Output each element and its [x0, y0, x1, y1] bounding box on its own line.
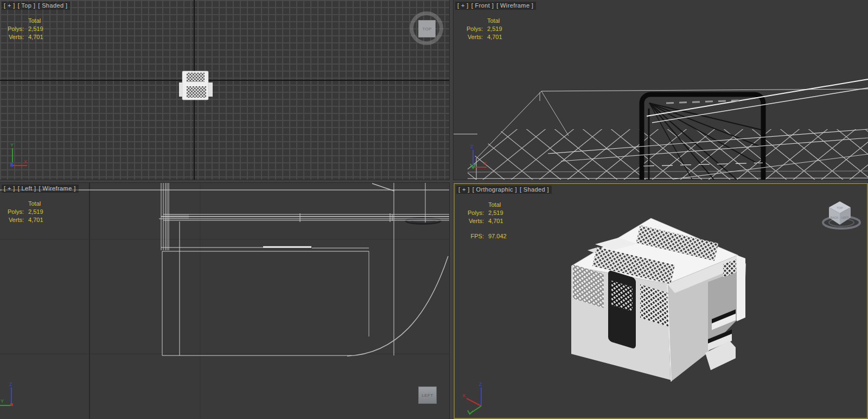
stats-verts-label: Verts:: [459, 33, 483, 41]
viewport-shading-button[interactable]: [ Wireframe ]: [496, 2, 533, 9]
stats-total-label: Total: [28, 200, 41, 208]
viewport-pov-button[interactable]: [ Left ]: [18, 185, 36, 192]
statistics-overlay-front: Total Polys:2,519 Verts:4,701: [459, 17, 502, 41]
viewport-label-orthographic: [ + ] [ Orthographic ] [ Shaded ]: [456, 186, 552, 194]
panel-mesh: [611, 281, 633, 312]
viewport-label-left: [ + ] [ Left ] [ Wireframe ]: [2, 185, 79, 193]
front-lattice: [468, 129, 868, 180]
axis-tripod-top: Y X: [10, 142, 27, 167]
wireframe-front: Z X: [454, 0, 868, 180]
stats-polys-label: Polys:: [0, 25, 24, 33]
statistics-overlay-orthographic: Total Polys:2,519 Verts:4,701 FPS:97.042: [460, 201, 507, 240]
stats-verts-value: 4,701: [487, 33, 502, 41]
axis-x-marker: [10, 403, 13, 406]
svg-text:X: X: [483, 161, 487, 166]
viewport-shading-button[interactable]: [ Shaded ]: [520, 186, 549, 193]
statistics-overlay-top: Total Polys:2,519 Verts:4,701: [0, 17, 43, 41]
svg-text:Z: Z: [470, 144, 474, 149]
viewport-front[interactable]: Z X FRONT [ + ] [ Front ] [ Wireframe ] …: [454, 0, 868, 180]
axis-tripod-ortho: Z X: [462, 382, 482, 414]
viewport-pov-button[interactable]: [ Orthographic ]: [473, 186, 517, 193]
top-view-canvas: Y X: [0, 0, 449, 180]
viewport-label-front: [ + ] [ Front ] [ Wireframe ]: [455, 2, 536, 10]
svg-text:X: X: [462, 393, 465, 398]
stats-fps-value: 97.042: [488, 232, 507, 240]
svg-text:Z: Z: [479, 382, 482, 387]
viewport-label-top: [ + ] [ Top ] [ Shaded ]: [2, 2, 70, 10]
front-grille: [640, 284, 668, 327]
stats-verts-label: Verts:: [0, 216, 24, 224]
grid-axis-vertical: [194, 0, 195, 180]
viewport-shading-button[interactable]: [ Wireframe ]: [39, 185, 75, 192]
corner-grille: [573, 264, 604, 308]
front-dark-panel: [642, 94, 763, 180]
svg-text:Y: Y: [10, 142, 14, 148]
viewport-menu-button[interactable]: [ + ]: [4, 2, 15, 9]
stats-polys-value: 2,519: [488, 209, 503, 217]
stats-verts-label: Verts:: [460, 217, 484, 225]
model-left-face: [571, 266, 671, 380]
viewcube-face-back[interactable]: [829, 207, 840, 225]
viewport-pov-button[interactable]: [ Top ]: [18, 2, 36, 9]
axis-y-marker: [468, 406, 481, 414]
left-grid-lines: [0, 183, 449, 419]
model-top-view: [179, 71, 213, 100]
stats-verts-value: 4,701: [28, 216, 43, 224]
max-viewport-workspace: { "viewports": { "top": { "menu": "[ + ]…: [0, 0, 868, 419]
svg-text:BACK: BACK: [831, 216, 839, 219]
svg-text:Z: Z: [9, 382, 12, 387]
stats-verts-label: Verts:: [0, 33, 24, 41]
grid-axis-horizontal: [0, 80, 449, 81]
stats-polys-label: Polys:: [459, 25, 483, 33]
axis-tripod-front: Z X: [470, 144, 487, 168]
axis-y-marker: [470, 163, 476, 168]
viewport-menu-button[interactable]: [ + ]: [458, 186, 470, 193]
stats-total-label: Total: [487, 17, 500, 25]
model-top-face: [571, 218, 738, 284]
viewcube-face-top[interactable]: TOP: [418, 20, 436, 37]
viewport-orthographic-active[interactable]: TOP BACK LEFT Z X [ + ] [ Orthographic ]…: [454, 183, 868, 419]
axis-z-marker: [10, 162, 13, 167]
svg-text:TOP: TOP: [837, 206, 843, 210]
viewport-shading-button[interactable]: [ Shaded ]: [38, 2, 67, 9]
dark-front-panel: [608, 270, 636, 350]
axis-tripod-left: Z Y: [0, 382, 13, 406]
viewport-menu-button[interactable]: [ + ]: [457, 2, 469, 9]
viewport-menu-button[interactable]: [ + ]: [4, 185, 15, 192]
stats-polys-label: Polys:: [0, 208, 24, 216]
stats-polys-value: 2,519: [28, 208, 43, 216]
top-grille-1: [636, 225, 719, 261]
stats-verts-value: 4,701: [488, 217, 503, 225]
svg-text:Y: Y: [1, 398, 4, 404]
svg-text:LEFT: LEFT: [841, 216, 849, 219]
viewport-top[interactable]: Y X TOP [ + ] [ Top ] [ Shaded ] Total P…: [0, 0, 449, 180]
viewcube-face-top[interactable]: [829, 201, 851, 213]
top-grille-2: [592, 247, 675, 284]
stats-verts-value: 4,701: [28, 33, 43, 41]
model-right-face: [667, 264, 746, 382]
stats-polys-value: 2,519: [28, 25, 43, 33]
viewport-pov-button[interactable]: [ Front ]: [471, 2, 494, 9]
stats-total-label: Total: [488, 201, 501, 209]
model-bevel: [667, 255, 746, 293]
stats-polys-label: Polys:: [460, 209, 484, 217]
wireframe-left: Z Y: [0, 183, 449, 419]
front-structure-lines: [454, 89, 868, 180]
left-wireframe-lines: [0, 183, 449, 356]
viewcube-base-ring: [406, 218, 441, 224]
viewcube-face-left[interactable]: LEFT: [418, 386, 437, 404]
svg-text:X: X: [24, 159, 27, 164]
statistics-overlay-left: Total Polys:2,519 Verts:4,701: [0, 200, 43, 224]
stats-total-label: Total: [28, 17, 41, 25]
stats-polys-value: 2,519: [487, 25, 502, 33]
viewcube-3d[interactable]: TOP BACK LEFT: [823, 201, 860, 228]
model-orthographic: [571, 218, 746, 382]
stats-fps-label: FPS:: [460, 232, 484, 240]
front-highlight-streaks: [548, 79, 868, 179]
viewport-left[interactable]: LEFT: [0, 183, 449, 419]
viewcube-face-left[interactable]: [840, 207, 851, 225]
side-grille: [723, 259, 736, 277]
shaded-model-canvas: TOP BACK LEFT Z X: [454, 183, 868, 419]
